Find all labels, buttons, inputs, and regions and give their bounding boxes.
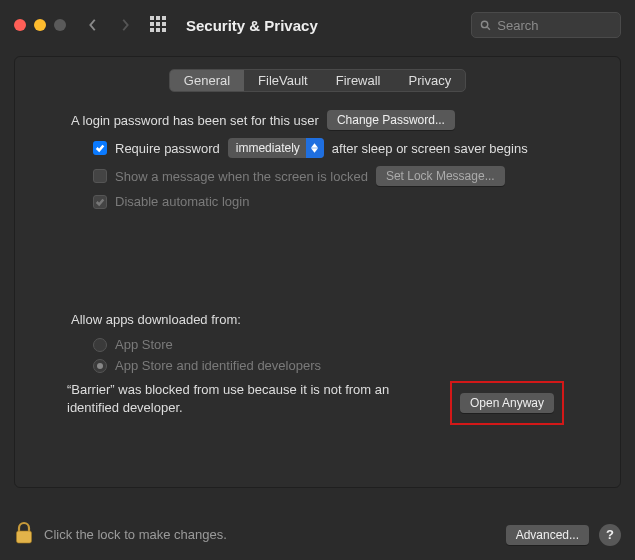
- tab-firewall[interactable]: Firewall: [322, 70, 395, 91]
- svg-line-1: [487, 27, 489, 29]
- search-field[interactable]: [471, 12, 621, 38]
- minimize-window-button[interactable]: [34, 19, 46, 31]
- disable-auto-login-checkbox: [93, 195, 107, 209]
- tab-general[interactable]: General: [170, 70, 244, 91]
- advanced-button[interactable]: Advanced...: [506, 525, 589, 545]
- require-password-delay-select[interactable]: immediately: [228, 138, 324, 158]
- show-message-checkbox: [93, 169, 107, 183]
- allow-identified-label: App Store and identified developers: [115, 358, 321, 373]
- show-all-icon[interactable]: [150, 16, 168, 34]
- change-password-button[interactable]: Change Password...: [327, 110, 455, 130]
- require-password-label: Require password: [115, 141, 220, 156]
- main-panel: General FileVault Firewall Privacy A log…: [14, 56, 621, 488]
- general-content: A login password has been set for this u…: [35, 110, 600, 425]
- updown-icon: [306, 138, 324, 158]
- svg-point-0: [481, 21, 487, 27]
- toolbar: Security & Privacy: [0, 0, 635, 50]
- show-message-label: Show a message when the screen is locked: [115, 169, 368, 184]
- close-window-button[interactable]: [14, 19, 26, 31]
- forward-button[interactable]: [114, 13, 136, 37]
- open-anyway-button[interactable]: Open Anyway: [460, 393, 554, 413]
- lock-icon[interactable]: [14, 521, 34, 548]
- help-button[interactable]: ?: [599, 524, 621, 546]
- tab-bar: General FileVault Firewall Privacy: [35, 69, 600, 92]
- require-password-checkbox[interactable]: [93, 141, 107, 155]
- window-controls: [14, 19, 66, 31]
- after-sleep-label: after sleep or screen saver begins: [332, 141, 528, 156]
- back-button[interactable]: [82, 13, 104, 37]
- set-lock-message-button: Set Lock Message...: [376, 166, 505, 186]
- check-icon: [95, 143, 105, 153]
- check-icon: [95, 197, 105, 207]
- zoom-window-button[interactable]: [54, 19, 66, 31]
- delay-value: immediately: [236, 141, 300, 155]
- tab-privacy[interactable]: Privacy: [395, 70, 466, 91]
- footer: Click the lock to make changes. Advanced…: [14, 521, 621, 548]
- window-title: Security & Privacy: [186, 17, 318, 34]
- svg-rect-2: [17, 531, 32, 543]
- allow-appstore-radio: [93, 338, 107, 352]
- login-password-text: A login password has been set for this u…: [71, 113, 319, 128]
- blocked-app-message: “Barrier” was blocked from use because i…: [67, 381, 436, 416]
- tab-filevault[interactable]: FileVault: [244, 70, 322, 91]
- disable-auto-login-label: Disable automatic login: [115, 194, 249, 209]
- allow-apps-title: Allow apps downloaded from:: [71, 312, 564, 327]
- search-icon: [480, 19, 491, 32]
- allow-identified-radio: [93, 359, 107, 373]
- allow-appstore-label: App Store: [115, 337, 173, 352]
- lock-hint-text: Click the lock to make changes.: [44, 527, 227, 542]
- search-input[interactable]: [497, 18, 612, 33]
- open-anyway-highlight: Open Anyway: [450, 381, 564, 425]
